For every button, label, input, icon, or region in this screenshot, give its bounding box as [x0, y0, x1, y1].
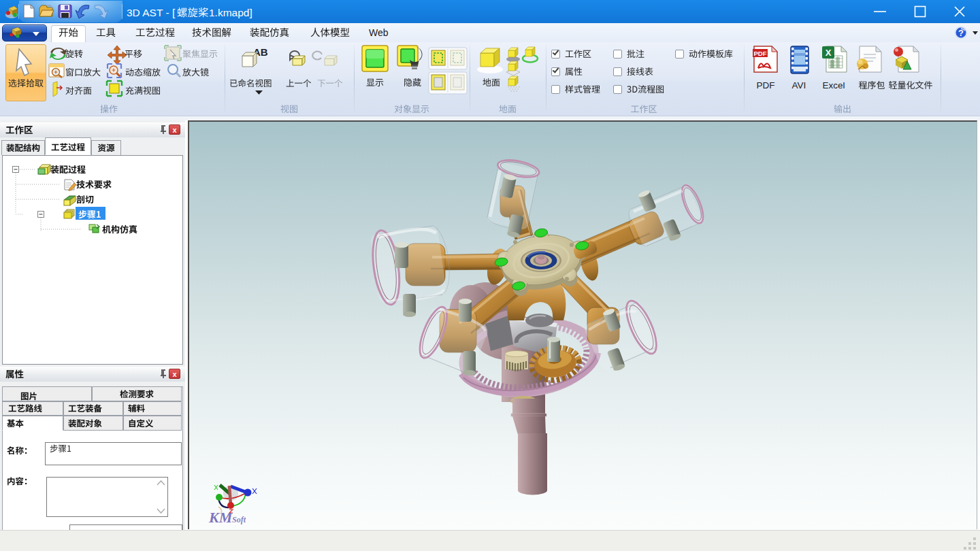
svg-text:1.kmapd]: 1.kmapd] — [209, 7, 252, 18]
svg-text:3D AST - [: 3D AST - [ — [127, 7, 176, 18]
svg-text:AVI: AVI — [792, 80, 806, 90]
svg-text:PDF: PDF — [757, 80, 775, 90]
svg-text:Web: Web — [369, 27, 389, 38]
svg-text:Excel: Excel — [822, 80, 845, 90]
